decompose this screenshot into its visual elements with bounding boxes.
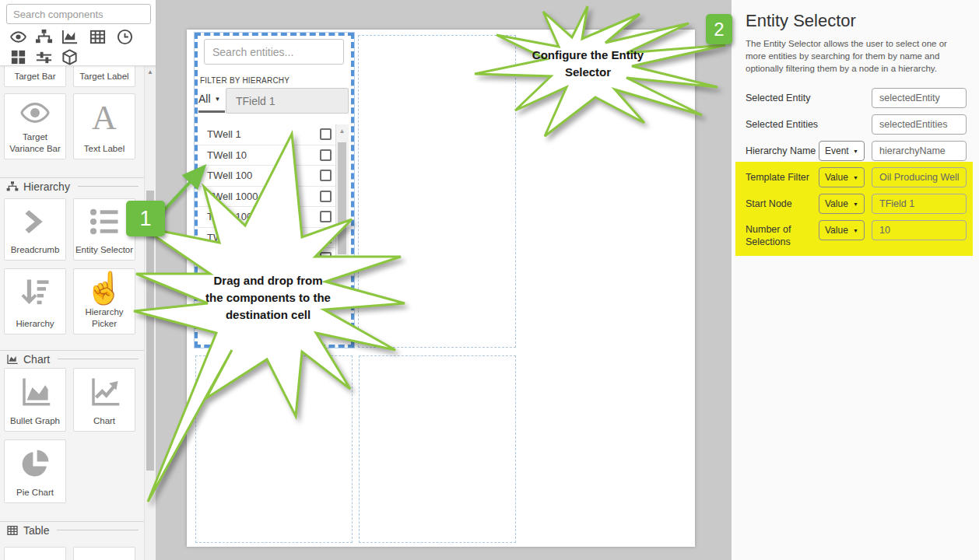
tile-breadcrumb[interactable]: Breadcrumb [4,198,66,261]
caret-down-icon: ▼ [215,96,221,103]
prop-label-selected-entities: Selected Entities [746,119,818,130]
hierarchy-filter-icon[interactable] [33,27,54,46]
entity-search-input[interactable] [204,39,344,65]
prop-label-template-filter: Template Filter [746,172,809,183]
hierarchy-filter-dropdown[interactable]: All▼ [198,93,220,105]
dropdown-underline [198,110,225,113]
hierarchy-name-mode-select[interactable]: Event▼ [819,141,865,161]
scroll-up-icon[interactable]: ▲ [145,68,156,75]
sliders-filter-icon[interactable] [33,47,54,66]
selected-entities-field[interactable] [872,114,967,135]
step-1-badge: 1 [126,201,165,236]
dashboard-designer: Target Bar Target Label Target Variance … [0,0,979,560]
callout-text-configure: Configure the Entity Selector [512,47,664,81]
caret-down-icon: ▼ [853,175,858,180]
clock-filter-icon[interactable] [114,27,135,46]
selected-entity-field[interactable] [872,88,967,108]
prop-label-hierarchy-name: Hierarchy Name [746,145,816,156]
chevron-right-icon [5,199,65,244]
hierarchy-section-icon [6,180,19,193]
hierarchy-sort-icon [5,269,65,318]
prop-label-selected-entity: Selected Entity [746,93,810,103]
step-2-badge: 2 [706,14,732,44]
number-of-selections-field[interactable] [872,220,967,240]
panel-title: Entity Selector [746,11,856,31]
section-header-table: Table [0,521,145,538]
caret-down-icon: ▼ [853,201,858,207]
callout-text-drag-drop: Drag and drop from the components to the… [196,272,340,323]
table-section-icon [6,524,19,537]
panel-description: The Entity Selector allows the user to s… [746,37,963,75]
hierarchy-name-field[interactable] [872,141,967,161]
cube-filter-icon[interactable] [59,47,79,66]
template-filter-mode-select[interactable]: Value▼ [819,167,865,187]
grid-filter-icon[interactable] [8,47,28,66]
pie-chart-icon [5,440,65,487]
tile-label: Hierarchy [5,318,65,329]
area-chart-icon [5,369,65,415]
tile-label: Target Variance Bar [5,131,65,154]
caret-down-icon: ▼ [853,228,858,233]
divider [57,530,139,530]
table-filter-icon[interactable] [87,27,107,46]
tile-hierarchy[interactable]: Hierarchy [4,268,66,334]
chart-filter-icon[interactable] [59,27,79,46]
tile-label: Pie Chart [5,487,65,498]
prop-label-start-node: Start Node [746,198,792,209]
filter-by-hierarchy-label: FILTER BY HIERARCHY [200,76,289,85]
tile-label: Bullet Graph [5,415,65,426]
start-node-field[interactable] [872,194,967,214]
properties-panel: Entity Selector The Entity Selector allo… [732,0,979,560]
start-node-mode-select[interactable]: Value▼ [819,194,865,214]
tile-label: Target Bar [5,71,65,82]
caret-down-icon: ▼ [853,149,858,154]
eye-icon [5,94,65,131]
number-of-selections-mode-select[interactable]: Value▼ [819,220,865,240]
tile-pie-chart[interactable]: Pie Chart [4,439,66,503]
tile-partial[interactable] [73,547,135,560]
tile-label: Target Label [75,71,134,82]
chart-section-icon [6,353,19,366]
prop-label-number-of-selections: Number of Selections [746,224,812,248]
palette-toolbar [0,0,156,66]
search-input[interactable] [6,4,151,24]
template-filter-field[interactable] [872,167,967,187]
hierarchy-node-field[interactable] [226,88,349,114]
tile-target-variance-bar[interactable]: Target Variance Bar [4,93,66,159]
tile-bullet-graph[interactable]: Bullet Graph [4,368,66,432]
eye-filter-icon[interactable] [8,27,28,46]
tile-label: Breadcrumb [5,244,65,255]
tile-partial[interactable] [4,547,66,560]
